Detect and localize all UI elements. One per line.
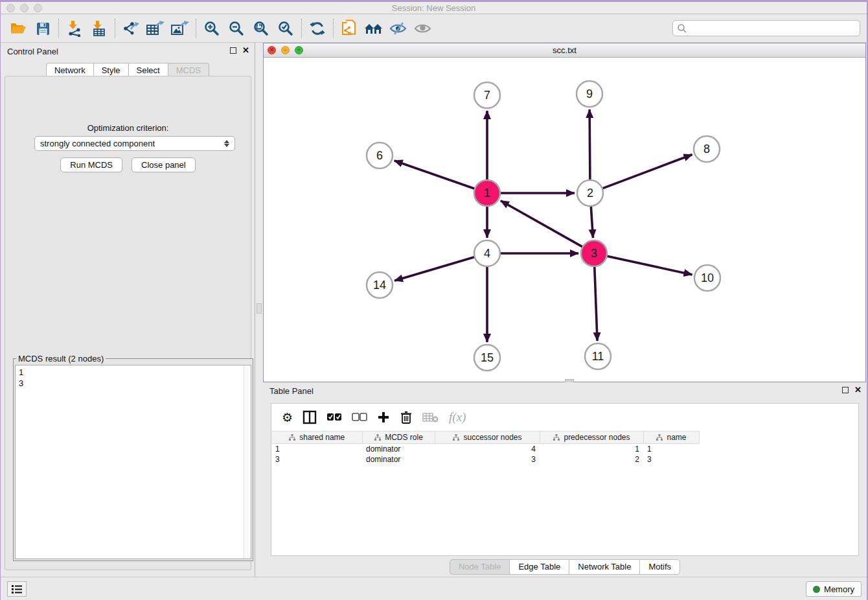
node-6[interactable]: 6 <box>367 143 393 168</box>
columns-icon <box>303 410 317 424</box>
zoom-in-button[interactable] <box>200 18 224 39</box>
svg-text:2: 2 <box>587 187 593 200</box>
column-header-MCDS-role[interactable]: MCDS role <box>362 432 435 444</box>
table-cell[interactable]: 2 <box>540 454 643 465</box>
panel-splitter[interactable] <box>256 43 263 577</box>
memory-button[interactable]: Memory <box>806 581 862 597</box>
show-columns-button[interactable] <box>303 410 317 424</box>
node-8[interactable]: 8 <box>694 136 720 162</box>
edge-3-10[interactable] <box>606 256 692 275</box>
svg-text:8: 8 <box>703 143 710 156</box>
export-table-button[interactable] <box>143 18 168 39</box>
table-tab-node-table[interactable]: Node Table <box>450 559 510 575</box>
edge-1-6[interactable] <box>394 161 476 189</box>
node-2[interactable]: 2 <box>577 180 603 206</box>
show-all-button[interactable] <box>411 18 435 39</box>
table-toolbar: ⚙ f(x) <box>271 404 858 431</box>
open-folder-icon <box>10 21 27 36</box>
zoom-out-button[interactable] <box>224 18 249 39</box>
zoom-selected-button[interactable] <box>273 18 298 39</box>
table-cell[interactable]: 4 <box>435 444 540 454</box>
column-header-predecessor-nodes[interactable]: predecessor nodes <box>540 432 643 444</box>
first-neighbors-button[interactable] <box>361 18 386 39</box>
node-4[interactable]: 4 <box>474 240 500 266</box>
column-header-name[interactable]: name <box>643 432 699 444</box>
open-session-button[interactable] <box>6 18 30 39</box>
table-cell[interactable]: dominator <box>362 444 435 454</box>
run-mcds-button[interactable]: Run MCDS <box>60 157 122 172</box>
function-builder-button[interactable]: f(x) <box>449 410 466 424</box>
table-cell[interactable]: 3 <box>435 454 540 465</box>
import-table-button[interactable] <box>87 18 111 39</box>
table-panel-tabs: Node TableEdge TableNetwork TableMotifs <box>263 559 867 575</box>
node-7[interactable]: 7 <box>474 82 500 108</box>
eye-icon <box>413 21 433 36</box>
node-15[interactable]: 15 <box>474 345 500 371</box>
table-tab-network-table[interactable]: Network Table <box>569 559 639 575</box>
table-cell[interactable]: 3 <box>271 454 362 465</box>
delete-column-button[interactable] <box>400 410 413 424</box>
status-bar: Memory <box>1 577 867 600</box>
column-header-filler <box>699 432 858 444</box>
result-scrollbar[interactable] <box>244 365 251 559</box>
table-row[interactable]: 3dominator323 <box>271 454 858 465</box>
export-image-button[interactable] <box>168 18 192 39</box>
edge-3-1[interactable] <box>501 201 584 248</box>
close-panel-icon[interactable]: ✕ <box>242 47 249 54</box>
edge-4-14[interactable] <box>394 257 476 281</box>
edge-2-8[interactable] <box>601 154 692 189</box>
network-canvas[interactable]: 7968124314101511 <box>264 58 865 382</box>
select-all-button[interactable] <box>326 413 342 422</box>
delete-table-button[interactable] <box>422 411 439 423</box>
edge-2-3[interactable] <box>591 205 593 238</box>
network-graph[interactable]: 7968124314101511 <box>264 58 865 382</box>
export-network-button[interactable] <box>119 18 143 39</box>
float-panel-icon[interactable] <box>842 387 849 393</box>
node-11[interactable]: 11 <box>585 343 611 369</box>
table-cell[interactable]: dominator <box>362 454 435 465</box>
table-cell[interactable]: 1 <box>271 444 362 454</box>
table-settings-button[interactable]: ⚙ <box>282 410 293 425</box>
table-cell[interactable]: 1 <box>540 444 643 454</box>
close-panel-button[interactable]: Close panel <box>131 157 196 172</box>
column-header-shared-name[interactable]: shared name <box>271 432 362 444</box>
node-1[interactable]: 1 <box>474 180 500 206</box>
column-type-icon <box>656 433 663 441</box>
mcds-result-title: MCDS result (2 nodes) <box>16 354 106 363</box>
search-field[interactable] <box>672 20 860 36</box>
svg-text:4: 4 <box>484 247 490 260</box>
table-cell[interactable]: 1 <box>643 444 699 454</box>
node-3[interactable]: 3 <box>581 240 607 266</box>
hide-selected-button[interactable] <box>386 18 411 39</box>
table-tab-edge-table[interactable]: Edge Table <box>509 559 569 575</box>
node-10[interactable]: 10 <box>694 265 720 291</box>
clone-network-button[interactable] <box>337 18 361 39</box>
add-column-button[interactable] <box>377 411 390 424</box>
column-header-successor-nodes[interactable]: successor nodes <box>435 432 540 444</box>
optimization-value: strongly connected component <box>40 139 155 148</box>
refresh-button[interactable] <box>305 18 330 39</box>
table-tab-motifs[interactable]: Motifs <box>639 559 680 575</box>
table-cell[interactable]: 3 <box>643 454 699 465</box>
optimization-select[interactable]: strongly connected component <box>34 136 235 151</box>
deselect-all-button[interactable] <box>352 413 367 422</box>
task-history-button[interactable] <box>7 581 27 597</box>
splitter-grip[interactable] <box>257 303 262 314</box>
zoom-fit-button[interactable] <box>249 18 273 39</box>
edge-3-11[interactable] <box>595 265 597 341</box>
svg-text:7: 7 <box>484 89 490 102</box>
node-9[interactable]: 9 <box>577 81 602 107</box>
export-network-icon <box>122 20 140 37</box>
float-panel-icon[interactable] <box>230 47 236 54</box>
edge-2-9[interactable] <box>589 110 590 181</box>
network-window-titlebar[interactable]: ✕ − + scc.txt <box>264 43 865 58</box>
node-14[interactable]: 14 <box>367 272 393 298</box>
mcds-result-text[interactable]: 1 3 <box>15 365 251 559</box>
import-network-button[interactable] <box>62 18 87 39</box>
search-input[interactable] <box>687 22 860 35</box>
close-panel-icon[interactable]: ✕ <box>854 387 862 393</box>
save-session-button[interactable] <box>30 18 55 39</box>
table-row[interactable]: 1dominator411 <box>271 444 858 454</box>
svg-text:14: 14 <box>373 279 386 292</box>
svg-text:3: 3 <box>591 247 597 260</box>
